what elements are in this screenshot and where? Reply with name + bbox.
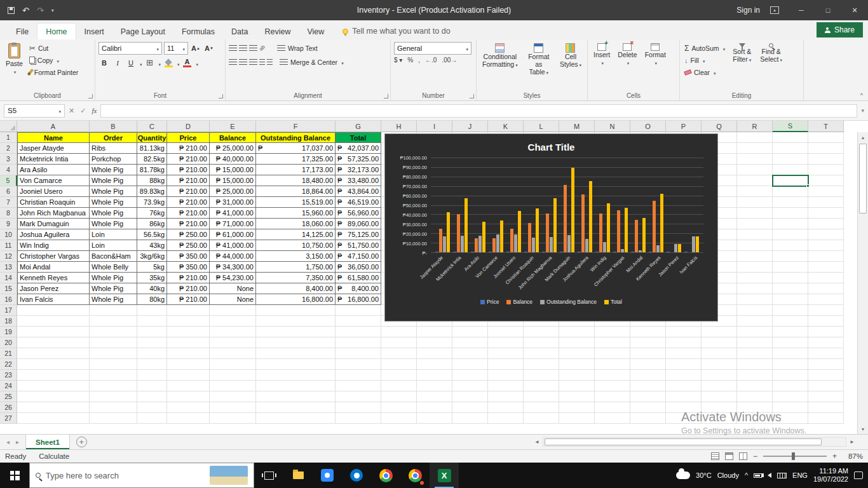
tab-home[interactable]: Home (37, 23, 76, 39)
cell-M25[interactable] (559, 391, 595, 402)
cell-H22[interactable] (381, 359, 417, 370)
cell-R18[interactable] (737, 316, 773, 327)
align-right-icon[interactable] (249, 59, 257, 65)
cell-S24[interactable] (773, 381, 808, 391)
cell-C9[interactable]: 86kg (137, 219, 167, 229)
cell-C15[interactable]: 40kg (137, 283, 167, 294)
excel-taskbar-button[interactable]: X (430, 463, 459, 488)
column-header-K[interactable]: K (488, 121, 524, 132)
cell-R1[interactable] (737, 132, 773, 143)
tab-review[interactable]: Review (256, 24, 299, 39)
cell-E5[interactable]: ₱ 15,000.00 (210, 175, 256, 186)
cell-G9[interactable]: ₱89,060.00 (336, 219, 381, 229)
name-box[interactable]: S5 (4, 104, 65, 118)
bar-balance[interactable] (510, 229, 513, 252)
cell-A11[interactable]: Win Indig (17, 240, 90, 251)
cell-I27[interactable] (417, 413, 452, 424)
cell-J25[interactable] (452, 391, 488, 402)
autosum-button[interactable]: AutoSum (683, 42, 726, 54)
cell-C13[interactable]: 5kg (137, 262, 167, 273)
cell-S23[interactable] (773, 370, 808, 381)
cell-R10[interactable] (737, 229, 773, 240)
cell-J20[interactable] (452, 337, 488, 348)
cell-Q20[interactable] (702, 337, 737, 348)
fill-handle[interactable] (806, 184, 810, 187)
cell-E22[interactable] (210, 359, 256, 370)
cell-A24[interactable] (17, 381, 90, 391)
font-name-select[interactable]: Calibri (98, 42, 162, 55)
number-format-select[interactable]: General (394, 42, 471, 55)
bar-price[interactable] (613, 252, 616, 252)
bar-price[interactable] (435, 252, 438, 252)
cell-D9[interactable]: ₱ 210.00 (167, 219, 210, 229)
scroll-right-icon[interactable]: ► (846, 439, 858, 445)
cell-H24[interactable] (381, 381, 417, 391)
sign-in-link[interactable]: Sign in (736, 6, 760, 15)
bar-total[interactable] (571, 168, 574, 252)
cell-G10[interactable]: ₱75,125.00 (336, 229, 381, 240)
bar-price[interactable] (506, 252, 510, 252)
zoom-out-icon[interactable]: − (753, 452, 757, 461)
cell-A4[interactable]: Ara Asilo (17, 165, 90, 175)
cell-G25[interactable] (336, 391, 381, 402)
bar-outstanding-balance[interactable] (478, 236, 482, 252)
row-header-16[interactable]: 16 (0, 294, 17, 305)
cell-G11[interactable]: ₱51,750.00 (336, 240, 381, 251)
tab-data[interactable]: Data (223, 24, 256, 39)
cell-N20[interactable] (595, 337, 630, 348)
clipboard-dialog-launcher-icon[interactable] (88, 94, 93, 98)
cell-F4[interactable]: 17,173.00 (256, 165, 336, 175)
cell-T23[interactable] (808, 370, 844, 381)
cell-O25[interactable] (630, 391, 666, 402)
cell-T5[interactable] (808, 175, 844, 186)
cell-S27[interactable] (773, 413, 808, 424)
cell-G26[interactable] (336, 402, 381, 413)
sheet-tab-sheet1[interactable]: Sheet1 (25, 435, 70, 449)
cell-C5[interactable]: 88kg (137, 175, 167, 186)
volume-icon[interactable] (768, 473, 771, 478)
cell-T26[interactable] (808, 402, 844, 413)
format-cells-button[interactable]: Format (642, 42, 668, 90)
cell-C8[interactable]: 76kg (137, 208, 167, 219)
cell-O19[interactable] (630, 327, 666, 337)
cell-S10[interactable] (773, 229, 808, 240)
bar-balance[interactable] (457, 214, 460, 252)
page-break-view-icon[interactable] (739, 452, 747, 460)
cell-R27[interactable] (737, 413, 773, 424)
bar-balance[interactable] (635, 220, 638, 252)
cell-B4[interactable]: Whole Pig (90, 165, 137, 175)
cell-I26[interactable] (417, 402, 452, 413)
bar-outstanding-balance[interactable] (443, 236, 446, 252)
increase-font-size-button[interactable]: ▲ (190, 43, 201, 55)
cell-C7[interactable]: 73.9kg (137, 197, 167, 208)
status-calculate[interactable]: Calculate (39, 452, 69, 460)
cell-M21[interactable] (559, 348, 595, 359)
cell-P23[interactable] (666, 370, 702, 381)
cell-E10[interactable]: ₱ 61,000.00 (210, 229, 256, 240)
cell-Q23[interactable] (702, 370, 737, 381)
cell-Q19[interactable] (702, 327, 737, 337)
decrease-indent-icon[interactable] (259, 59, 265, 65)
cell-F26[interactable] (256, 402, 336, 413)
cell-A22[interactable] (17, 359, 90, 370)
cell-B16[interactable]: Whole Pig (90, 294, 137, 305)
cell-L19[interactable] (524, 327, 559, 337)
bar-price[interactable] (560, 252, 563, 252)
bar-price[interactable] (684, 252, 688, 252)
align-top-icon[interactable] (229, 45, 237, 51)
cell-S17[interactable] (773, 305, 808, 316)
cell-D17[interactable] (167, 305, 210, 316)
save-icon[interactable] (8, 7, 15, 14)
cell-K22[interactable] (488, 359, 524, 370)
cell-A23[interactable] (17, 370, 90, 381)
cell-A26[interactable] (17, 402, 90, 413)
cell-A2[interactable]: Jasper Atayde (17, 143, 90, 154)
cell-A10[interactable]: Joshua Aguilera (17, 229, 90, 240)
column-header-L[interactable]: L (524, 121, 559, 132)
bar-price[interactable] (489, 252, 492, 252)
cell-G21[interactable] (336, 348, 381, 359)
cell-K26[interactable] (488, 402, 524, 413)
cell-M20[interactable] (559, 337, 595, 348)
cell-K24[interactable] (488, 381, 524, 391)
row-header-13[interactable]: 13 (0, 262, 17, 273)
